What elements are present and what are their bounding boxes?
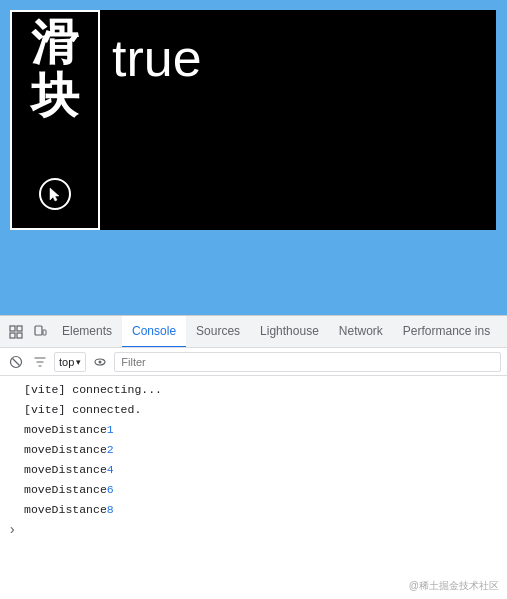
console-line: moveDistance 1 xyxy=(0,420,507,440)
console-line: [vite] connecting... xyxy=(0,380,507,400)
svg-rect-4 xyxy=(35,326,42,335)
filter-input[interactable] xyxy=(114,352,501,372)
tab-performance-ins[interactable]: Performance ins xyxy=(393,316,500,348)
prompt-symbol: › xyxy=(8,522,16,538)
cursor-icon xyxy=(48,186,62,202)
cursor-circle xyxy=(39,178,71,210)
inspect-element-icon[interactable] xyxy=(4,320,28,344)
clear-console-icon[interactable] xyxy=(6,352,26,372)
svg-rect-0 xyxy=(10,326,15,331)
console-number: 2 xyxy=(107,441,114,459)
watermark: @稀土掘金技术社区 xyxy=(409,575,499,593)
device-toggle-icon[interactable] xyxy=(28,320,52,344)
true-value: true xyxy=(112,28,202,88)
console-line: moveDistance 2 xyxy=(0,440,507,460)
svg-rect-1 xyxy=(17,326,22,331)
console-text: moveDistance xyxy=(24,421,107,439)
console-text: [vite] connected. xyxy=(24,401,141,419)
tab-elements[interactable]: Elements xyxy=(52,316,122,348)
console-number: 6 xyxy=(107,481,114,499)
filter-toggle-icon[interactable] xyxy=(30,352,50,372)
console-number: 8 xyxy=(107,501,114,519)
console-line: moveDistance 8 xyxy=(0,500,507,520)
devtools-tabs-bar: Elements Console Sources Lighthouse Netw… xyxy=(0,316,507,348)
console-text: moveDistance xyxy=(24,441,107,459)
console-number: 4 xyxy=(107,461,114,479)
tab-console[interactable]: Console xyxy=(122,316,186,348)
tab-network[interactable]: Network xyxy=(329,316,393,348)
app-left-panel: 滑 块 xyxy=(10,10,100,230)
console-line: moveDistance 6 xyxy=(0,480,507,500)
devtools-panel: Elements Console Sources Lighthouse Netw… xyxy=(0,315,507,599)
console-number: 1 xyxy=(107,421,114,439)
console-text: moveDistance xyxy=(24,481,107,499)
svg-rect-3 xyxy=(17,333,22,338)
app-right-panel: true xyxy=(100,10,496,230)
context-dropdown[interactable]: top ▾ xyxy=(54,352,86,372)
tab-sources[interactable]: Sources xyxy=(186,316,250,348)
console-line: moveDistance 4 xyxy=(0,460,507,480)
browser-viewport: 滑 块 true xyxy=(0,0,507,315)
devtools-toolbar: top ▾ xyxy=(0,348,507,376)
svg-rect-2 xyxy=(10,333,15,338)
svg-line-7 xyxy=(13,358,20,365)
svg-point-9 xyxy=(99,360,102,363)
console-text: moveDistance xyxy=(24,461,107,479)
chinese-char-1: 滑 xyxy=(31,17,79,70)
chinese-char-2: 块 xyxy=(31,70,79,123)
svg-rect-5 xyxy=(43,330,46,335)
eye-icon[interactable] xyxy=(90,352,110,372)
console-line: [vite] connected. xyxy=(0,400,507,420)
chevron-down-icon: ▾ xyxy=(76,357,81,367)
app-area: 滑 块 true xyxy=(10,10,496,230)
console-output: [vite] connecting... [vite] connected. m… xyxy=(0,376,507,599)
tab-lighthouse[interactable]: Lighthouse xyxy=(250,316,329,348)
console-text: [vite] connecting... xyxy=(24,381,162,399)
console-prompt[interactable]: › xyxy=(0,520,507,540)
console-text: moveDistance xyxy=(24,501,107,519)
